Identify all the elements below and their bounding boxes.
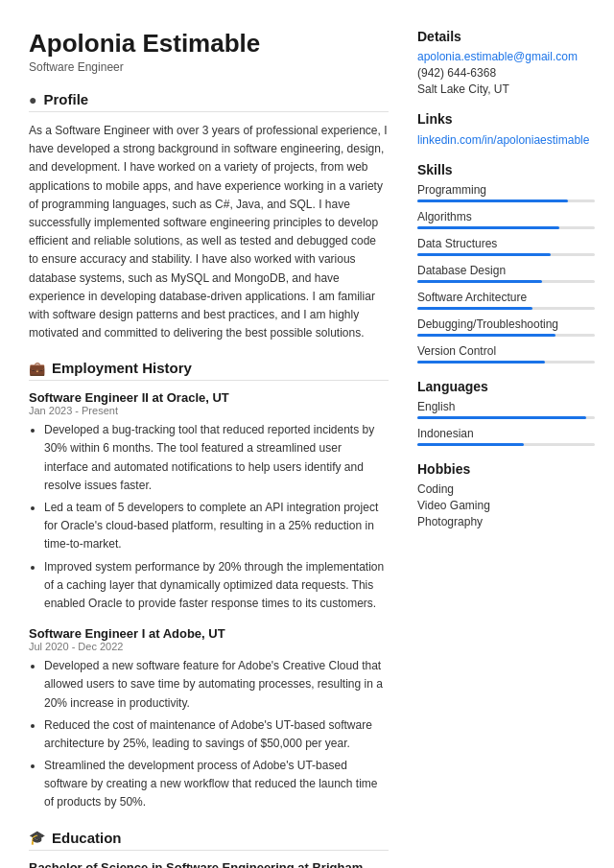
skill-item: Version Control (417, 344, 595, 364)
skills-container: ProgrammingAlgorithmsData StructuresData… (417, 183, 595, 364)
skill-bar-fill (417, 334, 555, 337)
job-date: Jul 2020 - Dec 2022 (29, 641, 389, 652)
education-title: 🎓 Education (29, 830, 389, 851)
language-bar-fill (417, 443, 524, 446)
job-item: Software Engineer II at Oracle, UTJan 20… (29, 390, 389, 613)
job-bullet: Improved system performance by 20% throu… (44, 558, 389, 614)
language-item: Indonesian (417, 427, 595, 446)
skill-name: Programming (417, 183, 595, 197)
page: Apolonia Estimable Software Engineer ● P… (0, 0, 614, 868)
languages-container: EnglishIndonesian (417, 400, 595, 446)
skill-name: Data Structures (417, 237, 595, 250)
right-column: Details apolonia.estimable@gmail.com (94… (417, 29, 595, 868)
links-section: Links linkedin.com/in/apoloniaestimable (417, 111, 595, 147)
employment-title: 💼 Employment History (29, 360, 389, 381)
detail-email[interactable]: apolonia.estimable@gmail.com (417, 50, 595, 63)
skill-bar-bg (417, 334, 595, 337)
languages-section: Languages EnglishIndonesian (417, 379, 595, 446)
skill-bar-fill (417, 253, 551, 256)
skill-bar-fill (417, 199, 568, 202)
job-bullet: Developed a bug-tracking tool that reduc… (44, 421, 389, 495)
edu-degree: Bachelor of Science in Software Engineer… (29, 860, 389, 868)
job-bullets: Developed a bug-tracking tool that reduc… (29, 421, 389, 613)
job-bullet: Led a team of 5 developers to complete a… (44, 499, 389, 554)
skill-bar-fill (417, 307, 532, 310)
education-icon: 🎓 (29, 830, 45, 845)
skill-item: Debugging/Troubleshooting (417, 317, 595, 337)
header: Apolonia Estimable Software Engineer (29, 29, 389, 74)
job-bullets: Developed a new software feature for Ado… (29, 657, 389, 812)
hobbies-title: Hobbies (417, 461, 595, 477)
skill-bar-fill (417, 361, 545, 364)
job-date: Jan 2023 - Present (29, 405, 389, 416)
skill-item: Programming (417, 183, 595, 202)
employment-section: 💼 Employment History Software Engineer I… (29, 360, 389, 811)
details-title: Details (417, 29, 595, 44)
profile-title: ● Profile (29, 91, 389, 112)
job-bullet: Reduced the cost of maintenance of Adobe… (44, 716, 389, 753)
language-bar-fill (417, 416, 586, 419)
skill-bar-bg (417, 307, 595, 310)
skills-section: Skills ProgrammingAlgorithmsData Structu… (417, 162, 595, 364)
hobbies-container: CodingVideo GamingPhotography (417, 482, 595, 528)
jobs-container: Software Engineer II at Oracle, UTJan 20… (29, 390, 389, 811)
hobby-item: Video Gaming (417, 499, 595, 512)
job-item: Software Engineer I at Adobe, UTJul 2020… (29, 626, 389, 812)
profile-section: ● Profile As a Software Engineer with ov… (29, 91, 389, 342)
skill-name: Database Design (417, 264, 595, 277)
skill-bar-bg (417, 361, 595, 364)
job-bullet: Developed a new software feature for Ado… (44, 657, 389, 713)
language-name: English (417, 400, 595, 413)
skill-name: Debugging/Troubleshooting (417, 317, 595, 331)
language-bar-bg (417, 443, 595, 446)
skill-bar-bg (417, 226, 595, 229)
job-title: Software Engineer II at Oracle, UT (29, 390, 389, 405)
profile-icon: ● (29, 92, 36, 107)
language-item: English (417, 400, 595, 419)
detail-location: Salt Lake City, UT (417, 82, 595, 96)
language-name: Indonesian (417, 427, 595, 440)
profile-text: As a Software Engineer with over 3 years… (29, 122, 389, 342)
skill-name: Software Architecture (417, 291, 595, 304)
details-section: Details apolonia.estimable@gmail.com (94… (417, 29, 595, 96)
languages-title: Languages (417, 379, 595, 394)
job-title: Software Engineer I at Adobe, UT (29, 626, 389, 641)
subtitle: Software Engineer (29, 60, 389, 74)
language-bar-bg (417, 416, 595, 419)
left-column: Apolonia Estimable Software Engineer ● P… (29, 29, 389, 868)
links-title: Links (417, 111, 595, 127)
job-bullet: Streamlined the development process of A… (44, 757, 389, 812)
employment-icon: 💼 (29, 361, 45, 376)
skill-bar-fill (417, 226, 559, 229)
hobby-item: Coding (417, 482, 595, 496)
hobbies-section: Hobbies CodingVideo GamingPhotography (417, 461, 595, 528)
skill-item: Algorithms (417, 210, 595, 229)
skills-title: Skills (417, 162, 595, 177)
skill-item: Database Design (417, 264, 595, 283)
skill-name: Version Control (417, 344, 595, 358)
skill-name: Algorithms (417, 210, 595, 223)
skill-bar-bg (417, 253, 595, 256)
skill-item: Data Structures (417, 237, 595, 256)
hobby-item: Photography (417, 515, 595, 528)
skill-bar-bg (417, 199, 595, 202)
education-section: 🎓 Education Bachelor of Science in Softw… (29, 830, 389, 868)
skill-item: Software Architecture (417, 291, 595, 310)
skill-bar-bg (417, 280, 595, 283)
detail-phone: (942) 644-6368 (417, 66, 595, 80)
skill-bar-fill (417, 280, 542, 283)
name: Apolonia Estimable (29, 29, 389, 59)
linkedin-link[interactable]: linkedin.com/in/apoloniaestimable (417, 133, 589, 147)
